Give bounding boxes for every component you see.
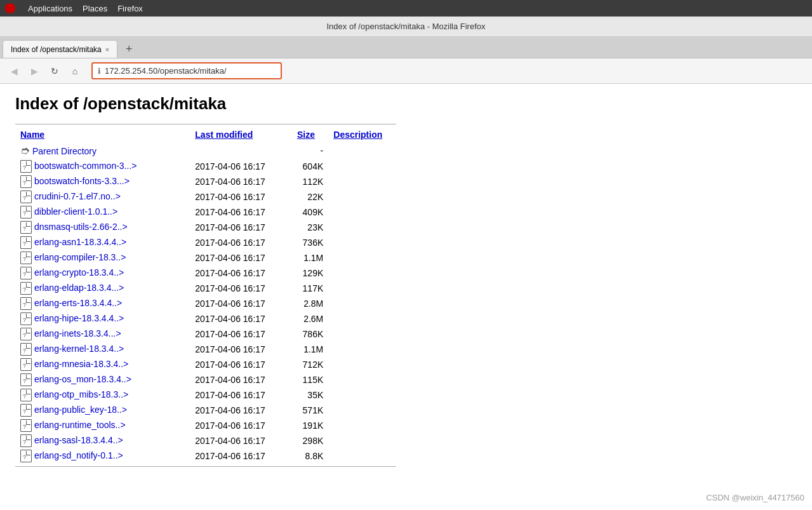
col-size-link[interactable]: Size: [297, 130, 315, 140]
file-link[interactable]: erlang-hipe-18.3.4.4..>: [34, 313, 124, 323]
file-link[interactable]: bootswatch-fonts-3.3...>: [34, 176, 130, 186]
file-icon: [20, 267, 32, 279]
file-link[interactable]: erlang-runtime_tools..>: [34, 420, 126, 430]
file-icon: [20, 236, 32, 249]
file-name-cell: erlang-otp_mibs-18.3..>: [15, 387, 190, 403]
file-name-cell: erlang-compiler-18.3..>: [15, 250, 190, 265]
home-button[interactable]: ⌂: [66, 62, 84, 80]
table-row: dnsmasq-utils-2.66-2..>2017-04-06 16:172…: [15, 220, 396, 235]
file-size-cell: 1.1M: [292, 250, 328, 265]
col-header-modified: Last modified: [190, 127, 292, 142]
file-icon: [20, 312, 32, 325]
file-link[interactable]: erlang-mnesia-18.3.4..>: [34, 359, 128, 369]
address-info-icon: ℹ: [98, 67, 101, 76]
file-link[interactable]: crudini-0.7-1.el7.no..>: [34, 191, 121, 201]
col-modified-link[interactable]: Last modified: [195, 130, 253, 140]
file-icon: [20, 358, 32, 371]
file-link[interactable]: erlang-asn1-18.3.4.4..>: [34, 237, 126, 247]
forward-button[interactable]: ▶: [25, 62, 43, 80]
table-row: erlang-compiler-18.3..>2017-04-06 16:171…: [15, 250, 396, 265]
file-link[interactable]: erlang-crypto-18.3.4..>: [34, 267, 124, 278]
file-link[interactable]: erlang-sd_notify-0.1..>: [34, 450, 123, 460]
file-icon: [20, 434, 32, 447]
file-size-cell: 736K: [292, 235, 328, 250]
table-row: bootswatch-fonts-3.3...>2017-04-06 16:17…: [15, 174, 396, 189]
file-size-cell: 409K: [292, 205, 328, 220]
file-name-cell: erlang-hipe-18.3.4.4..>: [15, 311, 190, 326]
file-size-cell: 115K: [292, 372, 328, 387]
table-row: erlang-asn1-18.3.4.4..>2017-04-06 16:177…: [15, 235, 396, 250]
file-link[interactable]: erlang-os_mon-18.3.4..>: [34, 374, 131, 384]
file-icon: [20, 252, 32, 264]
file-desc-cell: [328, 235, 396, 250]
bottom-divider: [15, 466, 396, 467]
page-content: Index of /openstack/mitaka Name Last mod…: [0, 84, 812, 480]
file-icon: [20, 221, 32, 234]
file-link[interactable]: erlang-eldap-18.3.4...>: [34, 283, 124, 293]
parent-dir-cell: ➮ Parent Directory: [15, 142, 190, 159]
file-size-cell: 1.1M: [292, 342, 328, 357]
parent-size-cell: -: [292, 142, 328, 159]
reload-button[interactable]: ↻: [46, 62, 63, 80]
file-modified-cell: 2017-04-06 16:17: [190, 357, 292, 372]
browser-title: Index of /openstack/mitaka - Mozilla Fir…: [327, 22, 486, 31]
col-header-size: Size: [292, 127, 328, 142]
os-top-bar: Applications Places Firefox: [0, 0, 812, 17]
col-name-link[interactable]: Name: [20, 130, 44, 140]
file-link[interactable]: erlang-public_key-18..>: [34, 405, 127, 415]
table-row: erlang-eldap-18.3.4...>2017-04-06 16:171…: [15, 281, 396, 296]
file-size-cell: 22K: [292, 189, 328, 205]
file-size-cell: 2.6M: [292, 311, 328, 326]
top-divider: [15, 124, 396, 124]
file-link[interactable]: erlang-otp_mibs-18.3..>: [34, 389, 128, 399]
new-tab-button[interactable]: +: [120, 40, 138, 58]
file-link[interactable]: erlang-erts-18.3.4.4..>: [34, 298, 122, 308]
os-menu-applications[interactable]: Applications: [28, 4, 72, 13]
file-modified-cell: 2017-04-06 16:17: [190, 235, 292, 250]
file-icon: [20, 389, 32, 401]
file-icon: [20, 206, 32, 218]
file-icon: [20, 373, 32, 386]
file-name-cell: erlang-eldap-18.3.4...>: [15, 281, 190, 296]
address-bar-container: ℹ 172.25.254.50/openstack/mitaka/: [91, 62, 282, 79]
tab-close-button[interactable]: ×: [105, 46, 109, 53]
file-modified-cell: 2017-04-06 16:17: [190, 372, 292, 387]
table-row: bootswatch-common-3...>2017-04-06 16:176…: [15, 159, 396, 174]
back-button[interactable]: ◀: [5, 62, 23, 80]
file-desc-cell: [328, 220, 396, 235]
file-modified-cell: 2017-04-06 16:17: [190, 418, 292, 433]
col-desc-link[interactable]: Description: [333, 130, 382, 140]
file-size-cell: 191K: [292, 418, 328, 433]
file-link[interactable]: erlang-kernel-18.3.4..>: [34, 344, 124, 354]
table-row: erlang-mnesia-18.3.4..>2017-04-06 16:177…: [15, 357, 396, 372]
address-bar-text: 172.25.254.50/openstack/mitaka/: [105, 66, 227, 76]
file-link[interactable]: erlang-sasl-18.3.4.4..>: [34, 435, 123, 445]
os-menu-firefox[interactable]: Firefox: [117, 4, 143, 13]
file-link[interactable]: dnsmasq-utils-2.66-2..>: [34, 222, 128, 232]
table-row: erlang-hipe-18.3.4.4..>2017-04-06 16:172…: [15, 311, 396, 326]
file-size-cell: 298K: [292, 433, 328, 448]
table-row-parent: ➮ Parent Directory -: [15, 142, 396, 159]
file-size-cell: 712K: [292, 357, 328, 372]
file-size-cell: 2.8M: [292, 296, 328, 311]
file-desc-cell: [328, 326, 396, 342]
parent-dir-link[interactable]: Parent Directory: [32, 146, 97, 156]
file-size-cell: 571K: [292, 403, 328, 418]
table-row: dibbler-client-1.0.1..>2017-04-06 16:174…: [15, 205, 396, 220]
col-header-description: Description: [328, 127, 396, 142]
table-row: erlang-sasl-18.3.4.4..>2017-04-06 16:172…: [15, 433, 396, 448]
file-desc-cell: [328, 448, 396, 464]
table-row: erlang-inets-18.3.4...>2017-04-06 16:177…: [15, 326, 396, 342]
col-header-name: Name: [15, 127, 190, 142]
file-modified-cell: 2017-04-06 16:17: [190, 433, 292, 448]
file-link[interactable]: erlang-compiler-18.3..>: [34, 252, 126, 262]
file-link[interactable]: bootswatch-common-3...>: [34, 161, 136, 171]
address-bar[interactable]: ℹ 172.25.254.50/openstack/mitaka/: [91, 62, 282, 79]
table-row: crudini-0.7-1.el7.no..>2017-04-06 16:172…: [15, 189, 396, 205]
table-row: erlang-erts-18.3.4.4..>2017-04-06 16:172…: [15, 296, 396, 311]
file-link[interactable]: erlang-inets-18.3.4...>: [34, 328, 121, 339]
os-menu-places[interactable]: Places: [83, 4, 107, 13]
browser-tab[interactable]: Index of /openstack/mitaka ×: [3, 40, 117, 58]
file-modified-cell: 2017-04-06 16:17: [190, 220, 292, 235]
file-link[interactable]: dibbler-client-1.0.1..>: [34, 206, 117, 217]
